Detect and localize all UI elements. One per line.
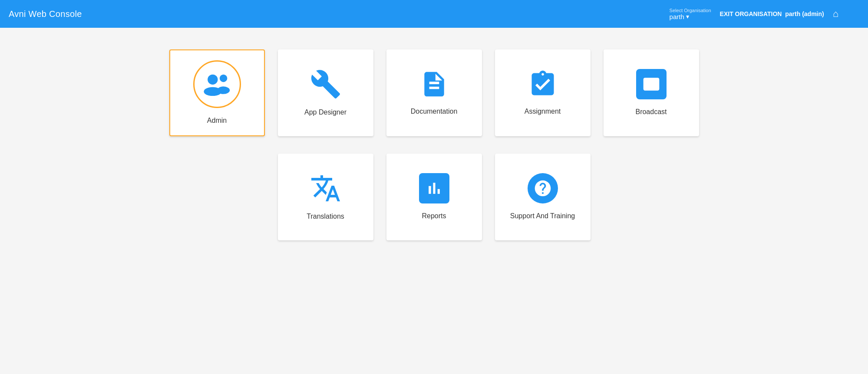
card-broadcast[interactable]: Broadcast bbox=[604, 49, 699, 136]
svg-point-4 bbox=[651, 83, 653, 85]
app-designer-icon bbox=[310, 69, 341, 100]
broadcast-icon bbox=[636, 69, 667, 99]
card-row-1: Admin App Designer Documentation bbox=[35, 49, 833, 136]
documentation-label: Documentation bbox=[411, 107, 458, 116]
card-support[interactable]: Support And Training bbox=[495, 154, 591, 240]
svg-point-0 bbox=[208, 75, 218, 85]
translations-label: Translations bbox=[307, 212, 344, 221]
org-select-row: parth ▾ bbox=[670, 13, 689, 20]
card-reports[interactable]: Reports bbox=[386, 154, 482, 240]
dropdown-arrow-icon[interactable]: ▾ bbox=[686, 13, 689, 20]
org-selector[interactable]: Select Organisation parth ▾ bbox=[670, 8, 711, 20]
card-app-designer[interactable]: App Designer bbox=[278, 49, 373, 136]
documentation-icon bbox=[419, 69, 449, 99]
home-icon[interactable]: ⌂ bbox=[833, 8, 838, 20]
org-label: Select Organisation bbox=[670, 8, 711, 13]
assignment-icon bbox=[528, 69, 558, 99]
svg-point-2 bbox=[219, 75, 227, 82]
org-name: parth bbox=[670, 13, 684, 20]
svg-point-3 bbox=[217, 87, 230, 95]
support-label: Support And Training bbox=[510, 211, 575, 221]
header: Avni Web Console Select Organisation par… bbox=[0, 0, 868, 28]
assignment-label: Assignment bbox=[525, 107, 561, 116]
admin-icon bbox=[193, 60, 241, 108]
main-content: Admin App Designer Documentation bbox=[0, 28, 868, 262]
card-row-2: Translations Reports S bbox=[35, 154, 833, 240]
card-assignment[interactable]: Assignment bbox=[495, 49, 591, 136]
card-admin[interactable]: Admin bbox=[169, 49, 265, 136]
account-icon[interactable] bbox=[847, 7, 859, 21]
reports-icon bbox=[419, 173, 449, 203]
app-designer-label: App Designer bbox=[304, 108, 347, 117]
card-translations[interactable]: Translations bbox=[278, 154, 373, 240]
app-title: Avni Web Console bbox=[9, 9, 82, 19]
broadcast-label: Broadcast bbox=[635, 107, 667, 117]
translations-icon bbox=[310, 173, 341, 204]
admin-label: Admin bbox=[207, 116, 227, 125]
reports-label: Reports bbox=[422, 211, 446, 221]
header-right: Select Organisation parth ▾ EXIT ORGANIS… bbox=[670, 7, 859, 21]
exit-org-button[interactable]: EXIT ORGANISATION parth (admin) bbox=[720, 10, 824, 17]
card-documentation[interactable]: Documentation bbox=[386, 49, 482, 136]
support-icon bbox=[528, 173, 558, 203]
